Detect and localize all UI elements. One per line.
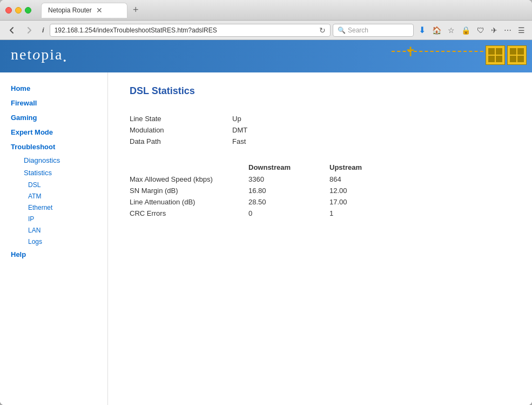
- info-button[interactable]: i: [39, 24, 48, 36]
- diagnostics-link[interactable]: Diagnostics: [24, 156, 60, 164]
- sidebar-item-ip[interactable]: IP: [9, 213, 107, 224]
- troubleshoot-link[interactable]: Troubleshoot: [11, 143, 55, 151]
- basic-info-table: Line State Up Modulation DMT Data Path F…: [130, 113, 510, 147]
- nav-bar: i 192.168.1.254/indexTroubleshootStatRES…: [0, 21, 532, 40]
- refresh-button[interactable]: ↻: [319, 26, 326, 35]
- crc-errors-upstream: 1: [329, 209, 410, 217]
- new-tab-button[interactable]: +: [131, 4, 141, 16]
- firewall-link[interactable]: Firewall: [11, 99, 37, 107]
- sidebar-item-atm[interactable]: ATM: [9, 190, 107, 202]
- modulation-label: Modulation: [130, 126, 216, 134]
- line-attenuation-upstream: 17.00: [329, 198, 410, 206]
- back-button[interactable]: [4, 24, 19, 37]
- sn-margin-downstream: 16.80: [248, 187, 329, 195]
- sidebar-item-help[interactable]: Help: [0, 247, 107, 262]
- speed-table-header: Downstream Upstream: [130, 163, 510, 171]
- forward-button[interactable]: [22, 24, 37, 37]
- dsl-link[interactable]: DSL: [28, 181, 41, 189]
- window-icon-2: [507, 45, 527, 65]
- expert-mode-link[interactable]: Expert Mode: [11, 128, 53, 136]
- max-speed-downstream: 3360: [248, 175, 329, 183]
- sidebar-item-ethernet[interactable]: Ethernet: [9, 202, 107, 213]
- window-icon-1: [486, 45, 505, 65]
- modulation-value: DMT: [232, 126, 247, 134]
- maximize-button[interactable]: [25, 7, 31, 14]
- gaming-link[interactable]: Gaming: [11, 114, 37, 122]
- sidebar-item-lan[interactable]: LAN: [9, 224, 107, 236]
- windows-icons: [486, 45, 527, 65]
- address-text: 192.168.1.254/indexTroubleshootStatRES.h…: [55, 26, 316, 34]
- tab-bar: Netopia Router ✕ +: [41, 3, 527, 18]
- traffic-lights: [5, 7, 31, 14]
- data-path-row: Data Path Fast: [130, 136, 510, 147]
- data-path-label: Data Path: [130, 137, 216, 145]
- router-header: netopia. ✝: [0, 40, 532, 72]
- sidebar: Home Firewall Gaming Expert Mode Trouble…: [0, 72, 108, 405]
- upstream-header: Upstream: [329, 163, 410, 171]
- browser-window: Netopia Router ✕ + i 192.168.1.254/index…: [0, 0, 532, 405]
- search-placeholder: Search: [348, 26, 368, 34]
- line-attenuation-row: Line Attenuation (dB) 28.50 17.00: [130, 196, 510, 208]
- speed-label-col-header: [130, 163, 248, 171]
- sidebar-item-dsl[interactable]: DSL: [9, 179, 107, 190]
- more-icon[interactable]: ⋯: [501, 24, 514, 37]
- menu-icon[interactable]: ☰: [515, 24, 528, 37]
- header-decoration: ✝: [370, 40, 532, 72]
- max-speed-row: Max Allowed Speed (kbps) 3360 864: [130, 174, 510, 185]
- logs-link[interactable]: Logs: [28, 238, 42, 245]
- atm-link[interactable]: ATM: [28, 192, 41, 200]
- crc-errors-row: CRC Errors 0 1: [130, 208, 510, 219]
- statistics-link[interactable]: Statistics: [24, 169, 52, 177]
- sidebar-item-gaming[interactable]: Gaming: [0, 110, 107, 125]
- lan-link[interactable]: LAN: [28, 227, 41, 234]
- address-bar[interactable]: 192.168.1.254/indexTroubleshootStatRES.h…: [50, 24, 331, 37]
- troubleshoot-submenu: Diagnostics Statistics DSL ATM Ethern: [0, 154, 107, 247]
- sidebar-item-diagnostics[interactable]: Diagnostics: [9, 154, 107, 167]
- crc-errors-label: CRC Errors: [130, 209, 248, 217]
- line-state-value: Up: [232, 115, 241, 123]
- home-icon[interactable]: 🏠: [429, 24, 444, 37]
- close-button[interactable]: [5, 7, 12, 14]
- shield-icon[interactable]: 🛡: [474, 24, 487, 37]
- sidebar-item-logs[interactable]: Logs: [9, 236, 107, 247]
- dashed-line: [392, 51, 489, 52]
- search-icon: 🔍: [338, 26, 346, 34]
- browser-toolbar: ⬇ 🏠 ☆ 🔒 🛡 ✈ ⋯ ☰: [416, 23, 528, 37]
- sidebar-item-troubleshoot[interactable]: Troubleshoot: [0, 140, 107, 154]
- antenna-icon: ✝: [405, 44, 416, 59]
- bookmark-icon[interactable]: ☆: [445, 24, 457, 37]
- lock-icon[interactable]: 🔒: [459, 24, 473, 37]
- tab-close-button[interactable]: ✕: [96, 6, 103, 15]
- sidebar-item-home[interactable]: Home: [0, 81, 107, 96]
- sidebar-item-firewall[interactable]: Firewall: [0, 96, 107, 110]
- line-state-row: Line State Up: [130, 113, 510, 124]
- sidebar-item-statistics[interactable]: Statistics: [9, 167, 107, 179]
- ethernet-link[interactable]: Ethernet: [28, 204, 52, 211]
- sn-margin-row: SN Margin (dB) 16.80 12.00: [130, 185, 510, 196]
- sn-margin-label: SN Margin (dB): [130, 187, 248, 195]
- share-icon[interactable]: ✈: [488, 24, 500, 37]
- title-bar: Netopia Router ✕ +: [0, 0, 532, 21]
- download-icon[interactable]: ⬇: [416, 23, 428, 37]
- line-state-label: Line State: [130, 115, 216, 123]
- max-speed-upstream: 864: [329, 175, 410, 183]
- ip-link[interactable]: IP: [28, 215, 34, 223]
- statistics-submenu: DSL ATM Ethernet IP LAN: [9, 179, 107, 247]
- home-link[interactable]: Home: [11, 84, 30, 92]
- line-attenuation-downstream: 28.50: [248, 198, 329, 206]
- speed-table: Downstream Upstream Max Allowed Speed (k…: [130, 163, 510, 219]
- browser-tab[interactable]: Netopia Router ✕: [41, 3, 127, 18]
- modulation-row: Modulation DMT: [130, 124, 510, 136]
- max-speed-label: Max Allowed Speed (kbps): [130, 175, 248, 183]
- tab-title: Netopia Router: [48, 6, 92, 14]
- help-link[interactable]: Help: [11, 250, 26, 258]
- minimize-button[interactable]: [15, 7, 22, 14]
- main-content: DSL Statistics Line State Up Modulation …: [108, 72, 532, 405]
- downstream-header: Downstream: [248, 163, 329, 171]
- search-bar[interactable]: 🔍 Search: [333, 24, 414, 37]
- sn-margin-upstream: 12.00: [329, 187, 410, 195]
- line-attenuation-label: Line Attenuation (dB): [130, 198, 248, 206]
- router-page: netopia. ✝: [0, 40, 532, 405]
- crc-errors-downstream: 0: [248, 209, 329, 217]
- sidebar-item-expert-mode[interactable]: Expert Mode: [0, 125, 107, 140]
